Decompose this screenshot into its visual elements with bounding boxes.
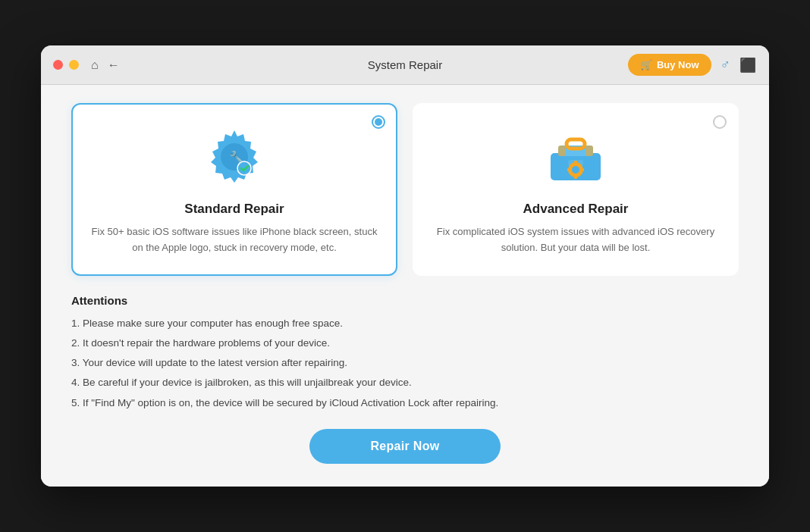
- svg-rect-12: [567, 168, 571, 171]
- svg-rect-10: [574, 175, 577, 179]
- titlebar-nav: ⌂ ←: [91, 58, 120, 72]
- advanced-repair-radio[interactable]: [713, 115, 727, 129]
- close-button[interactable]: [53, 60, 63, 70]
- main-window: ⌂ ← System Repair 🛒 Buy Now ♂ ⬛: [41, 45, 769, 487]
- repair-options: 🔧 Standard Repair Fix 50+ basic iOS soft…: [71, 103, 739, 276]
- standard-repair-icon: 🔧: [200, 123, 268, 191]
- list-item: 4. Be careful if your device is jailbrok…: [71, 375, 739, 390]
- minimize-button[interactable]: [69, 60, 79, 70]
- svg-point-8: [572, 166, 579, 174]
- gender-icon[interactable]: ♂: [721, 57, 731, 73]
- standard-repair-card[interactable]: 🔧 Standard Repair Fix 50+ basic iOS soft…: [71, 103, 397, 276]
- advanced-repair-desc: Fix complicated iOS system issues with a…: [429, 224, 722, 256]
- repair-now-button[interactable]: Repair Now: [309, 429, 500, 464]
- standard-repair-desc: Fix 50+ basic iOS software issues like i…: [88, 224, 381, 256]
- svg-rect-11: [580, 168, 584, 171]
- advanced-repair-title: Advanced Repair: [523, 202, 629, 217]
- svg-rect-5: [567, 139, 585, 149]
- window-title: System Repair: [368, 58, 442, 71]
- attentions-section: Attentions 1. Please make sure your comp…: [71, 294, 739, 411]
- advanced-repair-card[interactable]: Advanced Repair Fix complicated iOS syst…: [413, 103, 739, 276]
- buy-now-button[interactable]: 🛒 Buy Now: [628, 54, 711, 76]
- advanced-repair-icon: [542, 123, 610, 191]
- back-icon[interactable]: ←: [108, 58, 120, 72]
- main-content: 🔧 Standard Repair Fix 50+ basic iOS soft…: [41, 85, 769, 487]
- cart-icon: 🛒: [640, 59, 652, 70]
- home-icon[interactable]: ⌂: [91, 58, 99, 72]
- list-item: 3. Your device will update to the latest…: [71, 355, 739, 371]
- standard-repair-title: Standard Repair: [184, 202, 284, 217]
- attentions-title: Attentions: [71, 294, 739, 307]
- titlebar: ⌂ ← System Repair 🛒 Buy Now ♂ ⬛: [41, 45, 769, 85]
- svg-rect-14: [586, 146, 593, 156]
- svg-point-2: [237, 161, 251, 175]
- list-item: 5. If "Find My" option is on, the device…: [71, 396, 739, 411]
- more-options-icon[interactable]: ⬛: [739, 57, 757, 74]
- svg-rect-13: [558, 146, 566, 156]
- standard-repair-radio[interactable]: [372, 115, 385, 129]
- titlebar-actions: 🛒 Buy Now ♂ ⬛: [628, 54, 757, 76]
- attention-list: 1. Please make sure your computer has en…: [71, 316, 739, 411]
- list-item: 2. It doesn't repair the hardware proble…: [71, 336, 739, 351]
- list-item: 1. Please make sure your computer has en…: [71, 316, 739, 331]
- traffic-lights: [53, 60, 79, 70]
- svg-rect-9: [574, 161, 577, 164]
